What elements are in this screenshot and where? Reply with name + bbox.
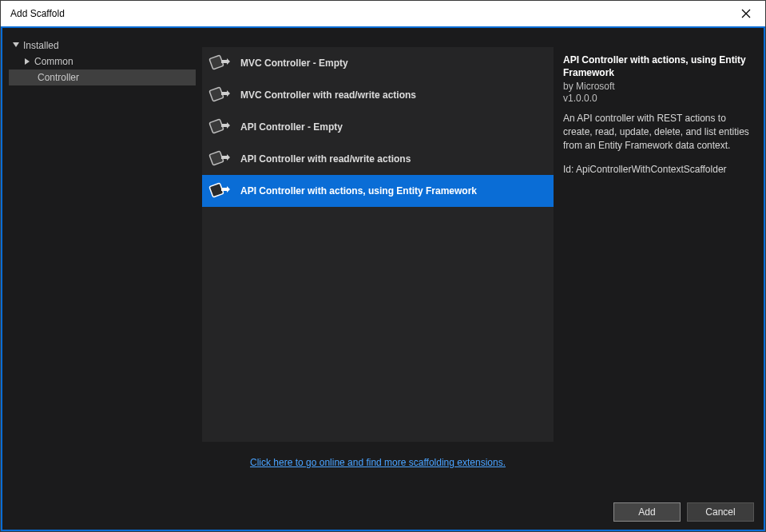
dialog-footer: Add Cancel [2, 494, 764, 530]
tree-label-controller: Controller [38, 72, 79, 83]
tree-label-common: Common [34, 56, 73, 67]
list-item[interactable]: API Controller with actions, using Entit… [202, 175, 554, 207]
tree-node-installed[interactable]: Installed [9, 38, 196, 54]
details-version: v1.0.0.0 [563, 93, 751, 104]
dialog-window: Add Scaffold Installed [0, 0, 766, 532]
template-panel: MVC Controller - Empty MVC Controller wi… [202, 28, 554, 494]
controller-icon [208, 116, 231, 138]
list-item-label: MVC Controller with read/write actions [240, 89, 416, 101]
category-tree: Installed Common Controller [2, 28, 202, 494]
tree-node-common[interactable]: Common [9, 54, 196, 69]
details-id: Id: ApiControllerWithContextScaffolder [563, 164, 751, 175]
close-icon [741, 9, 751, 18]
list-item[interactable]: MVC Controller - Empty [202, 47, 554, 79]
online-extensions-link[interactable]: Click here to go online and find more sc… [250, 457, 506, 468]
tree-label-installed: Installed [23, 40, 59, 51]
list-item-label: API Controller with read/write actions [240, 153, 411, 165]
svg-marker-3 [25, 58, 30, 65]
chevron-right-icon [23, 58, 31, 66]
details-pane: API Controller with actions, using Entit… [554, 28, 764, 494]
title-bar: Add Scaffold [1, 1, 765, 26]
details-author: by Microsoft [563, 81, 751, 92]
cancel-button[interactable]: Cancel [687, 502, 754, 522]
controller-icon [208, 180, 231, 202]
details-description: An API controller with REST actions to c… [563, 112, 751, 152]
window-title: Add Scaffold [7, 8, 733, 19]
list-item-label: API Controller with actions, using Entit… [240, 185, 477, 197]
controller-icon [208, 52, 231, 74]
list-item[interactable]: API Controller with read/write actions [202, 143, 554, 175]
controller-icon [208, 148, 231, 170]
controller-icon [208, 84, 231, 106]
dialog-body: Installed Common Controller [2, 28, 764, 494]
list-item[interactable]: API Controller - Empty [202, 111, 554, 143]
dialog-content: Installed Common Controller [1, 26, 765, 531]
details-title: API Controller with actions, using Entit… [563, 54, 751, 79]
list-item[interactable]: MVC Controller with read/write actions [202, 79, 554, 111]
close-button[interactable] [733, 1, 759, 26]
svg-marker-2 [13, 42, 19, 47]
add-button[interactable]: Add [613, 502, 681, 522]
list-item-label: MVC Controller - Empty [240, 58, 348, 69]
online-link-row: Click here to go online and find more sc… [202, 442, 554, 482]
list-item-label: API Controller - Empty [240, 121, 343, 133]
tree-node-controller[interactable]: Controller [9, 69, 196, 85]
template-list: MVC Controller - Empty MVC Controller wi… [202, 47, 554, 442]
chevron-down-icon [12, 42, 20, 50]
